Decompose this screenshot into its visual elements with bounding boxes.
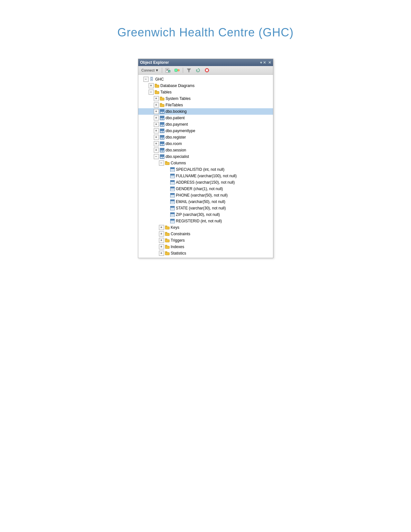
svg-rect-11 bbox=[206, 69, 208, 71]
expander-col-phone[interactable] bbox=[164, 193, 169, 198]
expander-triggers[interactable]: + bbox=[159, 238, 164, 243]
expander-diagrams[interactable]: + bbox=[149, 83, 154, 88]
table-icon-dbo-booking bbox=[160, 109, 165, 114]
label-col-specialistid: SPECIALISTID (int, not null) bbox=[176, 167, 225, 172]
label-col-state: STATE (varchar(30), not null) bbox=[176, 205, 226, 211]
tree-item-columns[interactable]: −Columns bbox=[138, 160, 273, 166]
tree-item-ghc[interactable]: −🗄GHC bbox=[138, 76, 273, 82]
expander-dbo-booking[interactable]: + bbox=[154, 109, 159, 114]
label-statistics: Statistics bbox=[171, 250, 186, 256]
tree-item-col-registerid[interactable]: REGISTERID (int, not null) bbox=[138, 218, 273, 224]
new-query-button[interactable]: + bbox=[164, 67, 172, 73]
tree-item-dbo-specialist[interactable]: −dbo.specialist bbox=[138, 153, 273, 160]
expander-columns[interactable]: − bbox=[159, 160, 164, 166]
db-icon-ghc: 🗄 bbox=[149, 77, 154, 82]
expander-indexes[interactable]: + bbox=[159, 244, 164, 249]
expander-statistics[interactable]: + bbox=[159, 251, 164, 256]
label-dbo-register: dbo.register bbox=[166, 134, 186, 140]
new-query-icon: + bbox=[165, 68, 171, 73]
tree-body: −🗄GHC+Database Diagrams−Tables+System Ta… bbox=[138, 75, 273, 258]
expander-system-tables[interactable]: + bbox=[154, 96, 159, 101]
tree-item-system-tables[interactable]: +System Tables bbox=[138, 95, 273, 102]
label-dbo-specialist: dbo.specialist bbox=[166, 154, 189, 160]
label-ghc: GHC bbox=[155, 76, 164, 82]
tree-item-dbo-room[interactable]: +dbo.room bbox=[138, 140, 273, 147]
connect-button[interactable]: Connect ▼ bbox=[140, 68, 160, 73]
tree-item-dbo-register[interactable]: +dbo.register bbox=[138, 134, 273, 140]
tree-item-col-address[interactable]: ADDRESS (varchar(150), not null) bbox=[138, 179, 273, 186]
tree-item-dbo-session[interactable]: +dbo.session bbox=[138, 147, 273, 153]
table-icon-dbo-session bbox=[160, 148, 165, 153]
expander-dbo-specialist[interactable]: − bbox=[154, 154, 159, 159]
folder-icon-indexes bbox=[165, 244, 170, 249]
tree-item-constraints[interactable]: +Constraints bbox=[138, 231, 273, 237]
separator-2 bbox=[183, 68, 183, 73]
filter-icon bbox=[186, 68, 191, 73]
expander-dbo-payment[interactable]: + bbox=[154, 122, 159, 127]
tree-item-indexes[interactable]: +Indexes bbox=[138, 244, 273, 250]
tree-item-col-phone[interactable]: PHONE (varchar(50), not null) bbox=[138, 192, 273, 198]
expander-col-fullname[interactable] bbox=[164, 173, 169, 179]
expander-keys[interactable]: + bbox=[159, 225, 164, 230]
tree-item-diagrams[interactable]: +Database Diagrams bbox=[138, 82, 273, 89]
tree-root: −🗄GHC+Database Diagrams−Tables+System Ta… bbox=[138, 76, 273, 256]
tree-item-dbo-payment[interactable]: +dbo.payment bbox=[138, 121, 273, 128]
expander-ghc[interactable]: − bbox=[143, 77, 149, 82]
tree-item-tables[interactable]: −Tables bbox=[138, 89, 273, 95]
expander-col-gender[interactable] bbox=[164, 186, 169, 191]
folder-icon-constraints bbox=[165, 231, 170, 237]
tree-item-keys[interactable]: +Keys bbox=[138, 224, 273, 231]
expander-file-tables[interactable]: + bbox=[154, 102, 159, 108]
label-indexes: Indexes bbox=[171, 244, 184, 250]
tree-item-triggers[interactable]: +Triggers bbox=[138, 237, 273, 244]
close-button[interactable]: ✕ bbox=[268, 61, 271, 65]
expander-constraints[interactable]: + bbox=[159, 231, 164, 237]
pin-icon[interactable]: ▾ ✕ bbox=[260, 61, 266, 65]
stop-button[interactable] bbox=[203, 67, 211, 73]
tree-item-dbo-patient[interactable]: +dbo.patient bbox=[138, 115, 273, 121]
label-dbo-patient: dbo.patient bbox=[166, 115, 185, 121]
tree-item-dbo-paymenttype[interactable]: +dbo.paymenttype bbox=[138, 128, 273, 134]
titlebar-label: Object Explorer bbox=[140, 60, 169, 65]
expander-col-registerid[interactable] bbox=[164, 218, 169, 224]
label-dbo-payment: dbo.payment bbox=[166, 121, 188, 127]
tree-item-col-fullname[interactable]: FULLNAME (varchar(100), not null) bbox=[138, 173, 273, 179]
connect-db-button[interactable] bbox=[173, 67, 181, 73]
tree-item-col-gender[interactable]: GENDER (char(1), not null) bbox=[138, 186, 273, 192]
label-constraints: Constraints bbox=[171, 231, 191, 237]
tree-item-col-zip[interactable]: ZIP (varchar(30), not null) bbox=[138, 211, 273, 218]
expander-tables[interactable]: − bbox=[149, 90, 154, 95]
label-triggers: Triggers bbox=[171, 237, 185, 243]
filter-button[interactable] bbox=[185, 67, 193, 73]
folder-icon-columns bbox=[165, 160, 170, 166]
tree-item-col-email[interactable]: EMAIL (varchar(50), not null) bbox=[138, 198, 273, 205]
expander-col-specialistid[interactable] bbox=[164, 167, 169, 172]
expander-dbo-paymenttype[interactable]: + bbox=[154, 128, 159, 133]
svg-marker-8 bbox=[187, 69, 191, 72]
expander-dbo-room[interactable]: + bbox=[154, 141, 159, 146]
separator-1 bbox=[162, 68, 162, 73]
tree-item-file-tables[interactable]: +FileTables bbox=[138, 102, 273, 108]
expander-dbo-register[interactable]: + bbox=[154, 135, 159, 140]
expander-col-email[interactable] bbox=[164, 199, 169, 204]
label-col-gender: GENDER (char(1), not null) bbox=[176, 186, 223, 192]
refresh-button[interactable] bbox=[194, 67, 202, 73]
tree-scrollable[interactable]: −🗄GHC+Database Diagrams−Tables+System Ta… bbox=[138, 75, 273, 258]
label-columns: Columns bbox=[171, 160, 186, 166]
expander-col-address[interactable] bbox=[164, 180, 169, 185]
expander-col-state[interactable] bbox=[164, 206, 169, 211]
expander-dbo-session[interactable]: + bbox=[154, 148, 159, 153]
expander-dbo-patient[interactable]: + bbox=[154, 115, 159, 121]
expander-col-zip[interactable] bbox=[164, 212, 169, 217]
folder-icon-statistics bbox=[165, 251, 170, 256]
column-icon-col-registerid bbox=[170, 218, 175, 224]
tree-item-statistics[interactable]: +Statistics bbox=[138, 250, 273, 256]
column-icon-col-gender bbox=[170, 186, 175, 191]
tree-item-col-state[interactable]: STATE (varchar(30), not null) bbox=[138, 205, 273, 211]
label-dbo-paymenttype: dbo.paymenttype bbox=[166, 128, 195, 134]
svg-text:+: + bbox=[169, 70, 170, 73]
tree-item-dbo-booking[interactable]: +dbo.booking bbox=[138, 108, 273, 115]
connect-icon bbox=[174, 68, 180, 73]
label-dbo-session: dbo.session bbox=[166, 147, 186, 153]
tree-item-col-specialistid[interactable]: SPECIALISTID (int, not null) bbox=[138, 166, 273, 173]
